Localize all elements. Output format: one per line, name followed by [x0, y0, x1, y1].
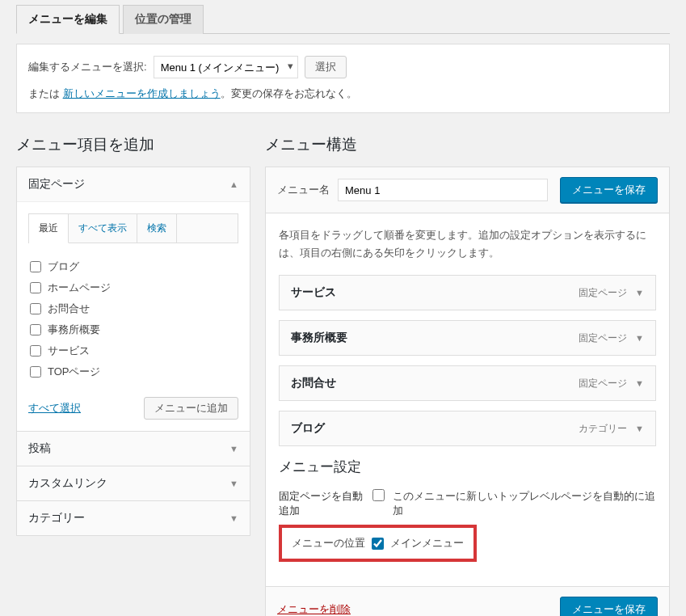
caret-down-icon: ▼ [635, 424, 644, 433]
location-main-text: メインメニュー [390, 536, 464, 551]
menu-select-dropdown[interactable]: Menu 1 (メインメニュー) [154, 56, 298, 78]
structure-desc: 各項目をドラッグして順番を変更します。追加の設定オプションを表示するには、項目の… [279, 226, 656, 262]
add-to-menu-button[interactable]: メニューに追加 [144, 397, 238, 420]
menu-item-title: お問合せ [291, 376, 336, 390]
accordion: 固定ページ ▲ 最近 すべて表示 検索 ブログ ホームページ お問合せ 事務所概… [16, 167, 250, 536]
acc-title-cats: カテゴリー [28, 511, 85, 525]
check-label: ブログ [48, 259, 79, 274]
menu-item-type: 固定ページ [579, 286, 627, 300]
acc-title-pages: 固定ページ [28, 177, 85, 192]
check-label: サービス [48, 344, 90, 358]
menu-item[interactable]: ブログ カテゴリー▼ [279, 411, 656, 446]
menu-settings-heading: メニュー設定 [279, 458, 656, 476]
caret-down-icon: ▼ [635, 378, 644, 388]
subtab-search[interactable]: 検索 [137, 214, 177, 243]
subtab-all[interactable]: すべて表示 [69, 214, 137, 243]
menu-edit: メニュー名 メニューを保存 各項目をドラッグして順番を変更します。追加の設定オプ… [265, 167, 670, 616]
acc-header-cats[interactable]: カテゴリー ▼ [17, 500, 250, 535]
checkbox[interactable] [30, 324, 41, 335]
select-bar-tail: 。変更の保存をお忘れなく。 [221, 87, 357, 99]
check-label: 事務所概要 [48, 323, 100, 337]
create-new-menu-link[interactable]: 新しいメニューを作成しましょう [63, 87, 221, 99]
caret-down-icon: ▼ [229, 479, 238, 488]
menu-name-label: メニュー名 [277, 183, 330, 197]
menu-item-type: カテゴリー [579, 422, 627, 436]
nav-tabs: メニューを編集 位置の管理 [16, 5, 670, 34]
menu-item-title: ブログ [291, 421, 325, 436]
menu-select-bar: 編集するメニューを選択: Menu 1 (メインメニュー) 選択 または 新しい… [16, 44, 670, 113]
caret-down-icon: ▼ [635, 288, 644, 297]
checkbox[interactable] [30, 282, 41, 293]
delete-menu-link[interactable]: メニューを削除 [277, 602, 351, 616]
auto-add-label: 固定ページを自動追加 [279, 489, 364, 518]
acc-body-pages: 最近 すべて表示 検索 ブログ ホームページ お問合せ 事務所概要 サービス T… [17, 201, 250, 431]
subtabs: 最近 すべて表示 検索 [28, 213, 238, 243]
page-checklist: ブログ ホームページ お問合せ 事務所概要 サービス TOPページ [28, 253, 238, 386]
check-label: ホームページ [48, 281, 111, 295]
or-text: または [28, 87, 60, 99]
menu-item-title: 事務所概要 [291, 331, 347, 345]
menu-structure-heading: メニュー構造 [265, 134, 670, 155]
select-all-link[interactable]: すべて選択 [28, 401, 81, 416]
caret-down-icon: ▼ [229, 513, 238, 523]
check-item-2[interactable]: お問合せ [30, 298, 237, 319]
tab-manage-locations[interactable]: 位置の管理 [123, 5, 204, 34]
menu-item-title: サービス [291, 285, 336, 300]
auto-add-checkbox[interactable] [372, 489, 384, 501]
tab-edit-menus[interactable]: メニューを編集 [16, 5, 120, 34]
menu-item[interactable]: サービス 固定ページ▼ [279, 275, 656, 310]
check-label: お問合せ [48, 302, 90, 316]
add-items-heading: メニュー項目を追加 [16, 134, 250, 155]
check-item-4[interactable]: サービス [30, 340, 237, 361]
checkbox[interactable] [30, 261, 41, 272]
acc-title-posts: 投稿 [28, 441, 51, 456]
save-menu-button-bottom[interactable]: メニューを保存 [560, 597, 658, 616]
checkbox[interactable] [30, 303, 41, 314]
auto-add-text: このメニューに新しいトップレベルページを自動的に追加 [393, 489, 656, 518]
acc-title-links: カスタムリンク [28, 476, 107, 491]
select-menu-label: 編集するメニューを選択: [28, 60, 147, 74]
select-menu-button[interactable]: 選択 [305, 56, 347, 78]
check-label: TOPページ [48, 365, 101, 379]
menu-item-type: 固定ページ [579, 377, 627, 390]
check-item-5[interactable]: TOPページ [30, 361, 237, 382]
caret-up-icon: ▲ [229, 179, 238, 189]
save-menu-button-top[interactable]: メニューを保存 [560, 177, 658, 203]
menu-item[interactable]: 事務所概要 固定ページ▼ [279, 320, 656, 356]
subtab-recent[interactable]: 最近 [29, 214, 69, 243]
acc-header-pages[interactable]: 固定ページ ▲ [17, 167, 250, 201]
location-highlight: メニューの位置 メインメニュー [279, 525, 477, 562]
caret-down-icon: ▼ [229, 444, 238, 454]
check-item-1[interactable]: ホームページ [30, 277, 237, 298]
acc-header-posts[interactable]: 投稿 ▼ [17, 431, 250, 466]
check-item-0[interactable]: ブログ [30, 256, 237, 277]
menu-name-input[interactable] [338, 179, 548, 201]
menu-item[interactable]: お問合せ 固定ページ▼ [279, 365, 656, 401]
check-item-3[interactable]: 事務所概要 [30, 319, 237, 340]
checkbox[interactable] [30, 366, 41, 378]
location-main-checkbox[interactable] [372, 538, 384, 550]
location-label: メニューの位置 [292, 536, 365, 551]
acc-header-links[interactable]: カスタムリンク ▼ [17, 466, 250, 500]
caret-down-icon: ▼ [635, 333, 644, 343]
checkbox[interactable] [30, 345, 41, 357]
menu-item-type: 固定ページ [579, 331, 627, 345]
